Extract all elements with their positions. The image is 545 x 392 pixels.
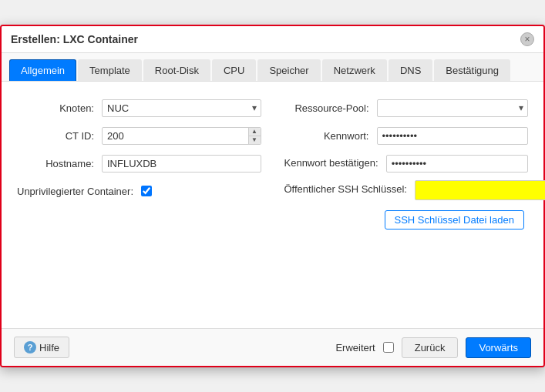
- footer-right: Erweitert Zurück Vorwärts: [335, 337, 531, 358]
- ct-id-up[interactable]: ▲: [248, 128, 261, 136]
- kennwort-label: Kennwort:: [284, 130, 377, 142]
- tab-speicher[interactable]: Speicher: [257, 59, 320, 81]
- unprivilegierter-checkbox[interactable]: [141, 186, 152, 196]
- erweitert-checkbox[interactable]: [383, 342, 394, 353]
- dialog-footer: ? Hilfe Erweitert Zurück Vorwärts: [2, 328, 543, 366]
- ressource-pool-row: Ressource-Pool:: [284, 97, 529, 119]
- ct-id-row: CT ID: ▲ ▼: [17, 125, 261, 146]
- footer-left: ? Hilfe: [14, 337, 69, 358]
- erweitert-label: Erweitert: [335, 342, 375, 353]
- ct-id-wrapper: ▲ ▼: [102, 127, 261, 145]
- ressource-pool-select-wrapper: [377, 99, 529, 117]
- tab-bestatigung[interactable]: Bestätigung: [434, 59, 510, 81]
- tab-root-disk[interactable]: Root-Disk: [143, 59, 210, 81]
- help-button[interactable]: ? Hilfe: [14, 337, 69, 358]
- hostname-label: Hostname:: [17, 158, 102, 169]
- dialog-titlebar: Erstellen: LXC Container ×: [2, 26, 543, 53]
- ssh-key-row: Öffentlicher SSH Schlüssel:: [284, 180, 529, 202]
- close-button[interactable]: ×: [520, 32, 534, 46]
- dialog-title: Erstellen: LXC Container: [11, 33, 138, 45]
- ssh-key-label: Öffentlicher SSH Schlüssel:: [284, 180, 415, 196]
- hostname-input[interactable]: [102, 155, 261, 173]
- help-label: Hilfe: [39, 342, 59, 353]
- unprivilegierter-label: Unprivilegierter Container:: [17, 186, 141, 197]
- vorwarts-button[interactable]: Vorwärts: [466, 337, 531, 358]
- ssh-btn-row: SSH Schlüssel Datei laden: [284, 208, 529, 230]
- ssh-key-input[interactable]: [415, 180, 545, 200]
- ressource-pool-select[interactable]: [377, 99, 529, 117]
- ct-id-spinner: ▲ ▼: [248, 128, 261, 144]
- hostname-row: Hostname:: [17, 152, 261, 174]
- unprivilegierter-row: Unprivilegierter Container:: [17, 180, 261, 202]
- knoten-select-wrapper: NUC: [102, 99, 261, 117]
- knoten-row: Knoten: NUC: [17, 97, 261, 119]
- dialog-body: Knoten: NUC CT ID: ▲ ▼: [2, 82, 543, 328]
- tab-dns[interactable]: DNS: [389, 59, 432, 81]
- ct-id-down[interactable]: ▼: [248, 136, 261, 144]
- kennwort-input[interactable]: [377, 127, 529, 145]
- ct-id-input[interactable]: [102, 127, 261, 145]
- knoten-select[interactable]: NUC: [102, 99, 261, 117]
- help-icon: ?: [24, 341, 36, 353]
- tab-template[interactable]: Template: [78, 59, 142, 81]
- ct-id-label: CT ID:: [17, 130, 102, 142]
- left-column: Knoten: NUC CT ID: ▲ ▼: [17, 97, 261, 230]
- ressource-pool-label: Ressource-Pool:: [284, 102, 377, 114]
- kennwort-bestatigen-label: Kennwort bestätigen:: [284, 157, 386, 170]
- right-column: Ressource-Pool: Kennwort: Kennwort bestä…: [284, 97, 529, 230]
- zuruck-button[interactable]: Zurück: [402, 337, 459, 358]
- knoten-label: Knoten:: [17, 102, 102, 114]
- kennwort-bestatigen-input[interactable]: [386, 155, 528, 173]
- unprivilegierter-checkbox-wrapper: [141, 186, 152, 196]
- kennwort-row: Kennwort:: [284, 125, 529, 146]
- kennwort-bestatigen-row: Kennwort bestätigen:: [284, 152, 529, 174]
- tab-bar: Allgemein Template Root-Disk CPU Speiche…: [2, 53, 543, 82]
- lxc-container-dialog: Erstellen: LXC Container × Allgemein Tem…: [0, 25, 545, 367]
- tab-allgemein[interactable]: Allgemein: [9, 59, 76, 81]
- form-grid: Knoten: NUC CT ID: ▲ ▼: [17, 97, 528, 230]
- tab-cpu[interactable]: CPU: [212, 59, 256, 81]
- tab-netzwerk[interactable]: Netzwerk: [322, 59, 387, 81]
- ssh-load-button[interactable]: SSH Schlüssel Datei laden: [385, 210, 524, 230]
